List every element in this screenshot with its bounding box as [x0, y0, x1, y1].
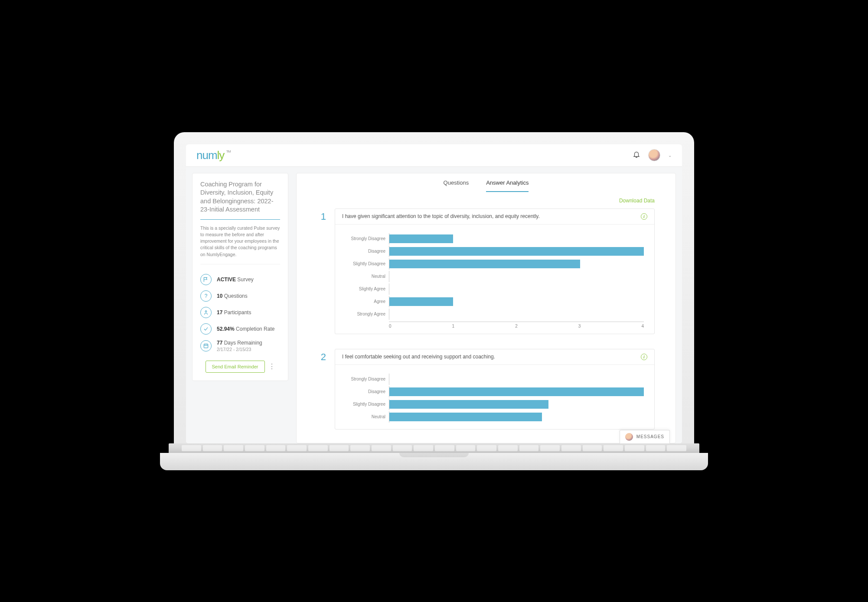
survey-info-card: Coaching Program for Diversity, Inclusio…	[192, 173, 288, 381]
chart-category-label: Agree	[346, 299, 389, 304]
tab-bar: Questions Answer Analytics	[297, 173, 675, 192]
chart-row: Agree	[346, 296, 644, 307]
laptop-base	[160, 453, 708, 470]
chart-bar	[389, 247, 644, 256]
stat-remaining-text: 77 Days Remaining 2/17/22 - 2/15/23	[217, 340, 262, 352]
stat-questions-text: 10 Questions	[217, 293, 248, 299]
chart-bar	[389, 387, 644, 396]
chart-tick: 1	[452, 324, 455, 329]
chart-category-label: Strongly Disagree	[346, 377, 389, 381]
logo[interactable]: numlyTM	[196, 149, 224, 162]
chart-row: Slightly Disagree	[346, 258, 644, 270]
download-data-link[interactable]: Download Data	[619, 198, 655, 204]
chart-tick: 2	[515, 324, 518, 329]
avatar[interactable]	[648, 149, 660, 161]
messages-widget[interactable]: MESSAGES	[620, 430, 670, 443]
chart-bar-area	[389, 411, 644, 423]
more-options-button[interactable]: ⋮	[268, 362, 275, 371]
stat-date-range: 2/17/22 - 2/15/23	[217, 347, 262, 352]
chart-row: Neutral	[346, 411, 644, 423]
stat-questions: ? 10 Questions	[200, 290, 280, 302]
analytics-card: Questions Answer Analytics Download Data…	[296, 173, 676, 443]
question-card: I feel comfortable seeking out and recei…	[335, 349, 655, 430]
stat-participants-text: 17 Participants	[217, 309, 251, 316]
info-icon[interactable]: i	[641, 213, 647, 220]
tab-answer-analytics[interactable]: Answer Analytics	[486, 179, 529, 192]
chart-x-axis: 01234	[346, 322, 644, 329]
laptop-frame: numlyTM ⌄ Coaching Program for Diversity…	[174, 132, 694, 470]
chart-tick: 0	[389, 324, 392, 329]
chart-bar-area	[389, 271, 644, 282]
tab-questions[interactable]: Questions	[444, 179, 469, 192]
chart-row: Slightly Agree	[346, 283, 644, 295]
info-icon[interactable]: i	[641, 354, 647, 360]
chart-row: Strongly Agree	[346, 309, 644, 320]
chart-bar	[389, 234, 453, 243]
stat-completion-text: 52.94% Completion Rate	[217, 326, 274, 332]
sidebar: Coaching Program for Diversity, Inclusio…	[186, 167, 294, 443]
question-card: I have given significant attention to th…	[335, 208, 655, 334]
chart-bar-area	[389, 374, 644, 385]
svg-rect-1	[204, 344, 208, 348]
messages-avatar-icon	[625, 433, 633, 441]
chart-row: Strongly Disagree	[346, 233, 644, 244]
send-email-reminder-button[interactable]: Send Email Reminder	[206, 361, 265, 373]
chart-bar-area	[389, 246, 644, 257]
chart-category-label: Neutral	[346, 414, 389, 419]
flag-icon	[200, 274, 212, 285]
logo-part-2: ly	[217, 149, 225, 162]
chart-row: Neutral	[346, 271, 644, 282]
chart-bar	[389, 260, 580, 268]
chart-row: Strongly Disagree	[346, 374, 644, 385]
chart-bar-area	[389, 283, 644, 295]
chart-category-label: Strongly Agree	[346, 312, 389, 316]
chart-bar-area	[389, 296, 644, 307]
question-number: 2	[317, 349, 326, 430]
chart-bar-area	[389, 309, 644, 320]
check-icon	[200, 323, 212, 335]
chart-category-label: Slightly Disagree	[346, 261, 389, 266]
question-text: I have given significant attention to th…	[342, 213, 540, 219]
chart-bar	[389, 297, 453, 306]
chart-bar	[389, 400, 548, 409]
calendar-icon	[200, 340, 212, 351]
logo-tm: TM	[226, 150, 231, 153]
chart-row: Disagree	[346, 386, 644, 397]
stat-completion: 52.94% Completion Rate	[200, 323, 280, 335]
app-header: numlyTM ⌄	[186, 144, 682, 167]
chart-category-label: Slightly Agree	[346, 286, 389, 291]
app-screen: numlyTM ⌄ Coaching Program for Diversity…	[186, 144, 682, 443]
chevron-down-icon[interactable]: ⌄	[668, 153, 672, 158]
bar-chart: Strongly Disagree Disagree Slightly Disa…	[335, 365, 654, 429]
chart-category-label: Slightly Disagree	[346, 402, 389, 407]
question-text: I feel comfortable seeking out and recei…	[342, 354, 495, 360]
chart-bar-area	[389, 399, 644, 410]
chart-bar-area	[389, 258, 644, 270]
download-row: Download Data	[297, 192, 675, 207]
chart-bar-area	[389, 386, 644, 397]
question-number: 1	[317, 208, 326, 334]
app-body: Coaching Program for Diversity, Inclusio…	[186, 167, 682, 443]
bell-icon	[633, 150, 640, 158]
chart-tick: 4	[641, 324, 644, 329]
stat-status: ACTIVE Survey	[200, 274, 280, 285]
notifications-button[interactable]	[633, 150, 640, 160]
question-block: 2 I feel comfortable seeking out and rec…	[297, 347, 675, 443]
survey-title: Coaching Program for Diversity, Inclusio…	[200, 180, 280, 220]
survey-description: This is a specially curated Pulse survey…	[200, 220, 280, 264]
stat-participants: 17 Participants	[200, 307, 280, 318]
chart-tick: 3	[578, 324, 581, 329]
chart-bar	[389, 413, 542, 421]
logo-part-1: num	[196, 149, 217, 162]
chart-category-label: Strongly Disagree	[346, 236, 389, 241]
question-block: 1 I have given significant attention to …	[297, 207, 675, 347]
chart-category-label: Disagree	[346, 389, 389, 394]
chart-row: Slightly Disagree	[346, 399, 644, 410]
stat-status-text: ACTIVE Survey	[217, 277, 254, 283]
chart-category-label: Neutral	[346, 274, 389, 279]
survey-stats: ACTIVE Survey ? 10 Questions 17 Particip…	[200, 264, 280, 352]
question-header: I have given significant attention to th…	[335, 209, 654, 225]
chart-row: Disagree	[346, 246, 644, 257]
main-content: Questions Answer Analytics Download Data…	[294, 167, 682, 443]
stat-remaining: 77 Days Remaining 2/17/22 - 2/15/23	[200, 340, 280, 352]
